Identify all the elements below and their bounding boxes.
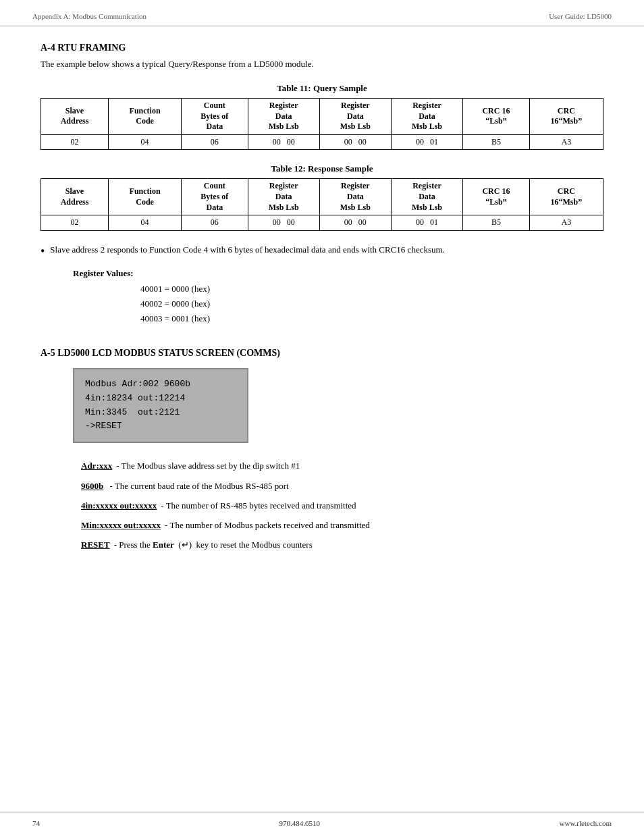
page-header: Appendix A: Modbus Communication User Gu… bbox=[0, 0, 644, 26]
section-a4: A-4 RTU FRAMING The example below shows … bbox=[41, 43, 603, 326]
t11-r1c3: 06 bbox=[182, 134, 248, 150]
t12-r1c7: B5 bbox=[463, 215, 530, 231]
t12-h1: SlaveAddress bbox=[41, 179, 109, 215]
section-a5-heading: A-5 LD5000 LCD MODBUS STATUS SCREEN (COM… bbox=[41, 348, 603, 359]
main-content: A-4 RTU FRAMING The example below shows … bbox=[0, 26, 644, 596]
desc-val-adr: - The Modbus slave address set by the di… bbox=[116, 457, 300, 475]
lcd-display: Modbus Adr:002 9600b 4in:18234 out:12214… bbox=[73, 368, 248, 443]
t12-h7: CRC 16“Lsb” bbox=[463, 179, 530, 215]
t11-r1c2: 04 bbox=[109, 134, 182, 150]
register-section: Register Values: 40001 = 0000 (hex) 4000… bbox=[73, 268, 603, 326]
t11-h3: CountBytes ofData bbox=[182, 99, 248, 135]
t11-h7: CRC 16“Lsb” bbox=[463, 99, 530, 135]
desc-item-4in: 4in:xxxxx out:xxxxx - The number of RS-4… bbox=[81, 496, 603, 515]
t12-h5: RegisterDataMsb Lsb bbox=[319, 179, 391, 215]
header-left: Appendix A: Modbus Communication bbox=[32, 12, 146, 20]
t12-h4: RegisterDataMsb Lsb bbox=[248, 179, 319, 215]
t12-r1c8: A3 bbox=[529, 215, 603, 231]
table11-caption: Table 11: Query Sample bbox=[41, 83, 603, 94]
desc-item-baud: 9600b - The current baud rate of the Mod… bbox=[81, 477, 603, 495]
t12-h3: CountBytes ofData bbox=[182, 179, 248, 215]
section-a4-intro: The example below shows a typical Query/… bbox=[41, 59, 603, 70]
lcd-line-2: 4in:18234 out:12214 bbox=[85, 392, 236, 406]
desc-item-reset: RESET - Press the Enter (↵) key to reset… bbox=[81, 536, 603, 554]
t12-r1c6: 00 01 bbox=[391, 215, 462, 231]
t11-h8: CRC16“Msb” bbox=[529, 99, 603, 135]
t11-h4: RegisterDataMsb Lsb bbox=[248, 99, 319, 135]
t11-r1c7: B5 bbox=[463, 134, 530, 150]
t11-r1c6: 00 01 bbox=[391, 134, 462, 150]
page: Appendix A: Modbus Communication User Gu… bbox=[0, 0, 644, 834]
t12-r1c2: 04 bbox=[109, 215, 182, 231]
t12-h6: RegisterDataMsb Lsb bbox=[391, 179, 462, 215]
desc-val-baud: - The current baud rate of the Modbus RS… bbox=[107, 477, 288, 495]
t11-r1c1: 02 bbox=[41, 134, 109, 150]
register-label: Register Values: bbox=[73, 268, 603, 279]
t12-h2: FunctionCode bbox=[109, 179, 182, 215]
lcd-line-4: ->RESET bbox=[85, 419, 236, 434]
desc-val-reset: - Press the Enter (↵) key to reset the M… bbox=[114, 536, 313, 554]
t12-r1c1: 02 bbox=[41, 215, 109, 231]
lcd-line-3: Min:3345 out:2121 bbox=[85, 406, 236, 420]
reg-val-1: 40001 = 0000 (hex) bbox=[140, 282, 603, 296]
t12-r1c3: 06 bbox=[182, 215, 248, 231]
desc-key-4in: 4in:xxxxx out:xxxxx bbox=[81, 496, 157, 515]
header-right: User Guide: LD5000 bbox=[549, 12, 612, 20]
t11-r1c4: 00 00 bbox=[248, 134, 319, 150]
desc-val-min: - The number of Modbus packets received … bbox=[165, 516, 370, 534]
t12-h8: CRC16“Msb” bbox=[529, 179, 603, 215]
footer-left: 74 bbox=[32, 819, 40, 827]
bullet-text: Slave address 2 responds to Function Cod… bbox=[50, 244, 445, 255]
t12-r1c4: 00 00 bbox=[248, 215, 319, 231]
desc-item-adr: Adr:xxx - The Modbus slave address set b… bbox=[81, 457, 603, 475]
description-list: Adr:xxx - The Modbus slave address set b… bbox=[81, 457, 603, 554]
desc-val-4in: - The number of RS-485 bytes received an… bbox=[161, 496, 356, 515]
desc-item-min: Min:xxxxx out:xxxxx - The number of Modb… bbox=[81, 516, 603, 534]
desc-key-reset: RESET bbox=[81, 536, 110, 554]
t11-r1c8: A3 bbox=[529, 134, 603, 150]
page-footer: 74 970.484.6510 www.rletech.com bbox=[0, 812, 644, 834]
reg-val-2: 40002 = 0000 (hex) bbox=[140, 296, 603, 311]
desc-key-adr: Adr:xxx bbox=[81, 457, 112, 475]
t12-r1c5: 00 00 bbox=[319, 215, 391, 231]
section-a4-heading: A-4 RTU FRAMING bbox=[41, 43, 603, 53]
reg-val-3: 40003 = 0001 (hex) bbox=[140, 311, 603, 326]
t11-h1: SlaveAddress bbox=[41, 99, 109, 135]
register-values: 40001 = 0000 (hex) 40002 = 0000 (hex) 40… bbox=[140, 282, 603, 326]
section-a5: A-5 LD5000 LCD MODBUS STATUS SCREEN (COM… bbox=[41, 348, 603, 554]
t11-r1c5: 00 00 bbox=[319, 134, 391, 150]
t11-h2: FunctionCode bbox=[109, 99, 182, 135]
desc-key-min: Min:xxxxx out:xxxxx bbox=[81, 516, 161, 534]
desc-key-baud: 9600b bbox=[81, 477, 103, 495]
footer-center: 970.484.6510 bbox=[279, 819, 321, 827]
lcd-line-1: Modbus Adr:002 9600b bbox=[85, 377, 236, 392]
table11: SlaveAddress FunctionCode CountBytes ofD… bbox=[41, 98, 603, 150]
t11-h6: RegisterDataMsb Lsb bbox=[391, 99, 462, 135]
bullet-section: • Slave address 2 responds to Function C… bbox=[41, 244, 603, 257]
bullet-icon: • bbox=[41, 245, 45, 257]
t11-h5: RegisterDataMsb Lsb bbox=[319, 99, 391, 135]
table12-caption: Table 12: Response Sample bbox=[41, 163, 603, 174]
footer-right: www.rletech.com bbox=[560, 819, 612, 827]
table12: SlaveAddress FunctionCode CountBytes ofD… bbox=[41, 178, 603, 230]
